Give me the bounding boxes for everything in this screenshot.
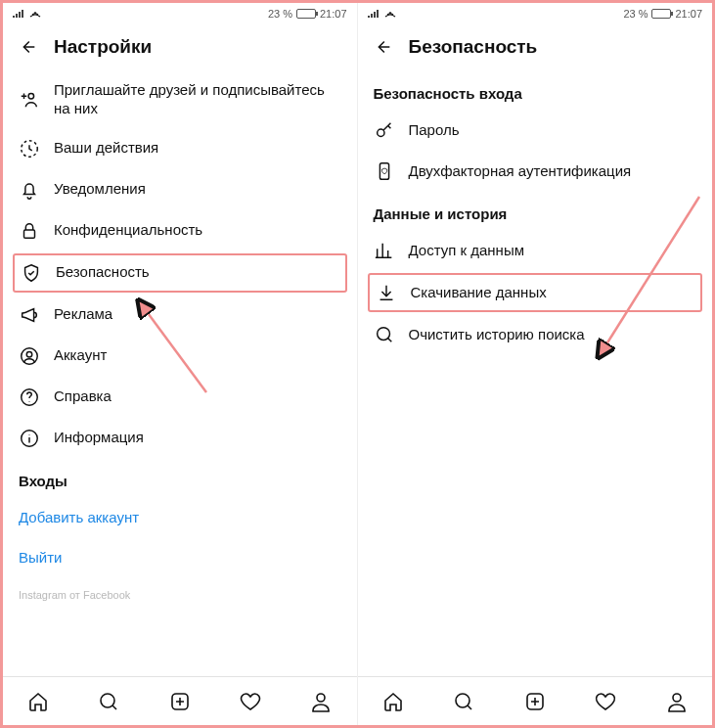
add-account-link[interactable]: Добавить аккаунт (9, 497, 351, 537)
settings-item-privacy[interactable]: Конфиденциальность (9, 210, 351, 251)
svg-point-12 (377, 328, 389, 341)
nav-search-icon[interactable] (451, 689, 476, 714)
bell-icon (19, 179, 40, 201)
security-item-password[interactable]: Пароль (364, 110, 707, 151)
header: Настройки (3, 24, 357, 71)
settings-item-account[interactable]: Аккаунт (9, 336, 351, 377)
back-button[interactable] (372, 36, 393, 58)
status-bar: 23 % 21:07 (3, 3, 357, 24)
section-data-history: Данные и история (364, 192, 707, 230)
svg-point-4 (26, 351, 32, 357)
signal-icon (13, 9, 41, 19)
nav-home-icon[interactable] (380, 689, 406, 714)
battery-percent: 23 % (623, 8, 648, 20)
info-icon (19, 428, 40, 449)
settings-item-ads[interactable]: Реклама (9, 295, 351, 336)
item-label: Очистить историю поиска (409, 326, 585, 344)
settings-item-notifications[interactable]: Уведомления (9, 169, 351, 210)
svg-point-13 (456, 694, 469, 707)
search-icon (374, 324, 395, 345)
security-item-clear-search[interactable]: Очистить историю поиска (364, 314, 707, 355)
logins-title: Входы (9, 459, 351, 497)
settings-item-help[interactable]: Справка (9, 377, 351, 418)
item-label: Доступ к данным (409, 242, 524, 260)
header: Безопасность (358, 24, 713, 71)
clock-dashed-icon (19, 138, 40, 159)
megaphone-icon (19, 304, 40, 326)
svg-point-15 (673, 694, 681, 702)
download-icon (376, 282, 397, 303)
item-label: Аккаунт (54, 346, 107, 365)
nav-heart-icon[interactable] (238, 689, 263, 714)
brand-note: Instagram от Facebook (9, 577, 351, 613)
nav-profile-icon[interactable] (308, 689, 334, 714)
svg-rect-2 (24, 230, 35, 238)
item-label: Приглашайте друзей и подписывайтесь на н… (54, 81, 341, 118)
item-label: Уведомления (54, 180, 146, 199)
shield-phone-icon (374, 160, 395, 182)
item-label: Двухфакторная аутентификация (409, 162, 632, 181)
user-circle-icon (19, 345, 40, 367)
shield-check-icon (21, 262, 42, 284)
status-bar: 23 % 21:07 (358, 3, 713, 24)
bottom-nav (3, 676, 357, 725)
settings-item-security[interactable]: Безопасность (13, 253, 347, 293)
security-item-download-data[interactable]: Скачивание данных (368, 273, 703, 312)
item-label: Ваши действия (54, 139, 158, 158)
nav-home-icon[interactable] (25, 689, 51, 714)
battery-icon (651, 9, 671, 19)
nav-heart-icon[interactable] (593, 689, 618, 714)
svg-point-10 (377, 129, 383, 136)
section-login-security: Безопасность входа (364, 71, 707, 110)
add-user-icon (19, 89, 40, 111)
help-icon (19, 387, 40, 408)
bottom-nav (358, 676, 713, 725)
security-item-2fa[interactable]: Двухфакторная аутентификация (364, 151, 707, 192)
nav-search-icon[interactable] (96, 689, 121, 714)
back-button[interactable] (17, 36, 38, 58)
svg-point-0 (28, 93, 34, 99)
lock-icon (19, 220, 40, 242)
clock: 21:07 (320, 8, 347, 20)
clock: 21:07 (675, 8, 702, 20)
svg-point-7 (101, 694, 114, 707)
logout-link[interactable]: Выйти (9, 537, 351, 577)
battery-icon (296, 9, 316, 19)
chart-bars-icon (374, 240, 395, 261)
svg-point-9 (317, 694, 325, 702)
battery-percent: 23 % (268, 8, 292, 20)
item-label: Информация (54, 429, 144, 447)
settings-item-info[interactable]: Информация (9, 418, 351, 459)
nav-add-icon[interactable] (167, 689, 193, 714)
nav-add-icon[interactable] (522, 689, 548, 714)
security-item-data-access[interactable]: Доступ к данным (364, 230, 707, 271)
svg-rect-11 (380, 163, 388, 180)
item-label: Реклама (54, 305, 112, 324)
nav-profile-icon[interactable] (664, 689, 690, 714)
item-label: Справка (54, 387, 112, 406)
phone-security: 23 % 21:07 Безопасность Безопасность вхо… (358, 3, 713, 725)
page-title: Настройки (54, 36, 152, 58)
phone-settings: 23 % 21:07 Настройки Приглашайте друзей … (3, 3, 358, 725)
page-title: Безопасность (409, 36, 538, 58)
item-label: Безопасность (56, 263, 150, 282)
settings-item-invite[interactable]: Приглашайте друзей и подписывайтесь на н… (9, 71, 351, 128)
item-label: Конфиденциальность (54, 221, 202, 240)
signal-icon (368, 9, 396, 19)
settings-item-activity[interactable]: Ваши действия (9, 128, 351, 169)
key-icon (374, 119, 395, 141)
item-label: Пароль (409, 121, 460, 140)
item-label: Скачивание данных (411, 284, 547, 302)
